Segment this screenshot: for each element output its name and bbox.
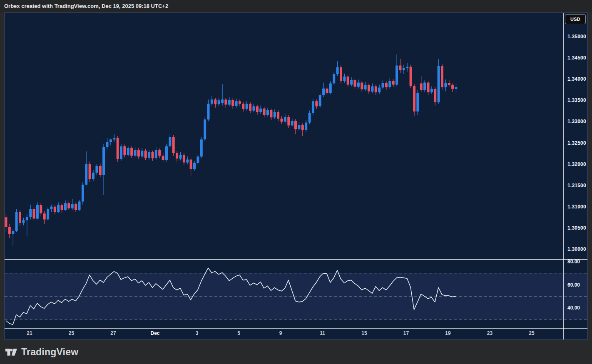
price-axis-label: 1.30000 xyxy=(567,246,586,252)
chart-canvas[interactable] xyxy=(5,13,587,339)
time-axis-label: Dec xyxy=(150,330,159,337)
rsi-axis-label: 80.00 xyxy=(567,259,580,265)
time-axis-label: 21 xyxy=(27,330,32,337)
price-axis-label: 1.32000 xyxy=(567,161,586,167)
time-axis-label: 17 xyxy=(403,330,409,337)
chart-area[interactable]: USD 1.350001.345001.340001.335001.330001… xyxy=(4,12,588,340)
attribution-title: Orbex created with TradingView.com, Dec … xyxy=(4,3,168,9)
time-axis-label: 25 xyxy=(529,330,534,337)
price-axis-label: 1.34500 xyxy=(567,55,586,61)
rsi-axis-label: 40.00 xyxy=(567,305,580,311)
time-axis-label: 27 xyxy=(110,330,116,337)
tradingview-logo-text: TradingView xyxy=(21,347,78,358)
tradingview-chart-screenshot: Orbex created with TradingView.com, Dec … xyxy=(0,0,592,364)
tradingview-logo[interactable]: TradingView xyxy=(5,346,78,358)
tradingview-logo-icon xyxy=(5,346,17,358)
up-candle-bodies[interactable] xyxy=(12,66,457,234)
price-axis-label: 1.31500 xyxy=(567,183,586,188)
time-axis-label: 23 xyxy=(487,330,493,337)
time-axis-label: 25 xyxy=(69,330,74,337)
time-axis-label: 19 xyxy=(445,330,450,337)
price-axis-label: 1.30500 xyxy=(567,225,586,231)
time-axis-label: 9 xyxy=(279,330,282,337)
price-axis-label: 1.33000 xyxy=(567,119,586,124)
price-axis-label: 1.32500 xyxy=(567,140,586,146)
time-axis-label: 15 xyxy=(361,330,367,337)
time-axis-label: 5 xyxy=(237,330,240,337)
price-axis-label: 1.35000 xyxy=(567,34,586,40)
time-axis-label: 3 xyxy=(196,330,199,337)
rsi-axis-label: 60.00 xyxy=(567,282,580,288)
price-axis-label: 1.34000 xyxy=(567,76,586,82)
price-axis-label: 1.31000 xyxy=(567,204,586,210)
time-axis-label: 11 xyxy=(320,330,325,337)
currency-badge[interactable]: USD xyxy=(565,14,586,24)
price-axis-label: 1.33500 xyxy=(567,97,586,103)
header-bar: Orbex created with TradingView.com, Dec … xyxy=(0,0,592,12)
